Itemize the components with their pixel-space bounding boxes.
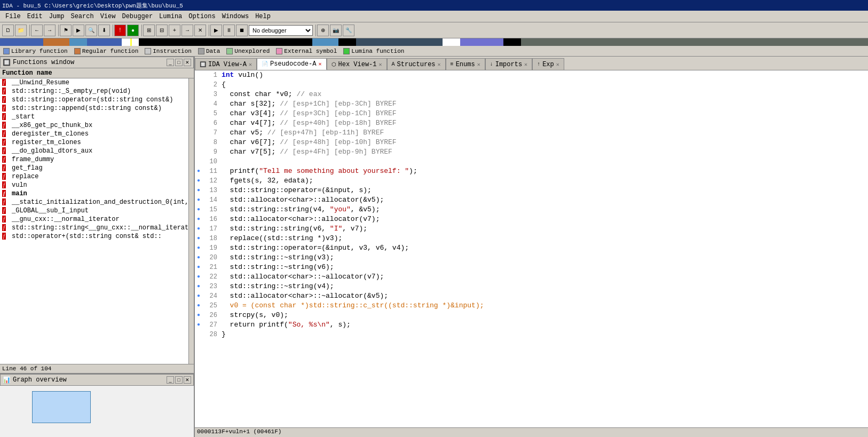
function-item[interactable]: f__Unwind_Resume [0, 78, 188, 87]
tool1[interactable]: ⚑ [60, 25, 72, 36]
tab-pseudocode-close[interactable]: ✕ [318, 61, 321, 67]
func-icon: f [2, 233, 10, 240]
line-bullet: ● [197, 282, 204, 291]
line-bullet: ● [197, 272, 204, 282]
tab-hex-view-close[interactable]: ✕ [379, 61, 382, 68]
debugger-select[interactable]: No debugger [249, 25, 313, 36]
code-editor[interactable]: 1int vuln()2{3 const char *v0; // eax4 c… [195, 70, 868, 427]
tool7[interactable]: ⊞ [143, 25, 155, 36]
graph-canvas[interactable] [0, 386, 194, 437]
function-item[interactable]: f__do_global_dtors_aux [0, 147, 188, 155]
line-bullet: ● [197, 263, 204, 272]
func-icon: f [2, 208, 10, 214]
function-item[interactable]: f__x86_get_pc_thunk_bx [0, 121, 188, 130]
menu-item-help[interactable]: Help [252, 12, 274, 21]
menu-item-file[interactable]: File [2, 12, 24, 21]
tab-pseudocode[interactable]: 📄 Pseudocode-A ✕ [257, 58, 326, 70]
func-window-minimize[interactable]: _ [167, 59, 174, 66]
tab-imports[interactable]: ↓ Imports ✕ [485, 58, 532, 70]
tool4[interactable]: ⬇ [98, 25, 110, 36]
function-item[interactable]: f_GLOBAL__sub_I_input [0, 206, 188, 215]
menu-item-jump[interactable]: Jump [46, 12, 68, 21]
function-item[interactable]: f__static_initialization_and_destruction… [0, 198, 188, 206]
func-name: std::string::append(std::string const&) [12, 105, 162, 112]
tool2[interactable]: ▶ [73, 25, 84, 36]
title-text: IDA - buu_5 C:\Users\greic\Desktop\pwn题集… [2, 2, 183, 10]
function-item[interactable]: fmain [0, 189, 188, 198]
menu-item-options[interactable]: Options [185, 12, 218, 21]
function-item[interactable]: fframe_dummy [0, 155, 188, 164]
new-button[interactable]: 🗋 [2, 25, 14, 36]
menu-item-lumina[interactable]: Lumina [156, 12, 185, 21]
menu-item-search[interactable]: Search [67, 12, 97, 21]
tab-imports-close[interactable]: ✕ [524, 61, 527, 68]
function-item[interactable]: f_start [0, 113, 188, 121]
graph-restore[interactable]: □ [175, 376, 183, 384]
tab-structures[interactable]: A Structures ✕ [387, 58, 446, 70]
stop-button[interactable]: ⏹ [236, 25, 248, 36]
legend-library-label: Library function [11, 48, 68, 54]
graph-close[interactable]: ✕ [184, 376, 191, 384]
function-item[interactable]: fget_flag [0, 164, 188, 172]
tab-ida-view[interactable]: 🔲 IDA View-A ✕ [195, 58, 257, 70]
function-item[interactable]: freplace [0, 172, 188, 181]
fwd-button[interactable]: → [44, 25, 56, 36]
function-item[interactable]: fstd::string::_S_empty_rep(void) [0, 87, 188, 96]
extra-btn[interactable]: 🔧 [343, 25, 354, 36]
tool11[interactable]: ✕ [194, 25, 206, 36]
menu-item-windows[interactable]: Windows [219, 12, 252, 21]
func-icon: f [2, 199, 10, 205]
tool8[interactable]: ⊟ [156, 25, 168, 36]
tool5[interactable]: ! [114, 25, 126, 36]
tab-exports[interactable]: ↑ Exp ✕ [532, 58, 564, 70]
function-item[interactable]: fregister_tm_clones [0, 138, 188, 147]
menu-item-debugger[interactable]: Debugger [119, 12, 156, 21]
func-icon: f [2, 88, 10, 94]
function-item[interactable]: fstd::operator+(std::string const& std:: [0, 232, 188, 241]
functions-scrollbar[interactable] [188, 78, 194, 364]
line-number: 17 [204, 224, 222, 234]
open-button[interactable]: 📁 [15, 25, 27, 36]
snap-btn[interactable]: 📷 [330, 25, 342, 36]
tab-exports-close[interactable]: ✕ [556, 61, 559, 68]
menu-item-view[interactable]: View [97, 12, 119, 21]
line-content: char v3[4]; // [esp+3Ch] [ebp-1Ch] BYREF [222, 109, 868, 118]
function-item[interactable]: fstd::string::operator=(std::string cons… [0, 96, 188, 104]
tab-enums[interactable]: ≡ Enums ✕ [446, 58, 485, 70]
tool3[interactable]: 🔍 [85, 25, 97, 36]
func-name: get_flag [12, 164, 43, 172]
pause-button[interactable]: ⏸ [223, 25, 235, 36]
tab-hex-view[interactable]: ⬡ Hex View-1 ✕ [327, 58, 387, 70]
function-item[interactable]: fstd::string::append(std::string const&) [0, 104, 188, 113]
function-item[interactable]: fderegister_tm_clones [0, 130, 188, 138]
function-item[interactable]: f__gnu_cxx::__normal_iterator [0, 215, 188, 224]
line-content: std::string::string(v6, "I", v7); [222, 224, 868, 234]
play-button[interactable]: ▶ [210, 25, 222, 36]
line-content: std::string::~string(v3); [222, 253, 868, 263]
func-icon: f [2, 190, 10, 197]
tab-enums-label: Enums [456, 61, 475, 68]
function-item[interactable]: fstd::string::string<__gnu_cxx::__normal… [0, 224, 188, 232]
func-window-close[interactable]: ✕ [184, 59, 191, 66]
legend-unexplored-color [226, 48, 233, 54]
tab-pseudocode-label: Pseudocode-A [270, 60, 316, 68]
tool9[interactable]: + [169, 25, 180, 36]
back-button[interactable]: ← [31, 25, 43, 36]
tab-ida-view-close[interactable]: ✕ [249, 61, 252, 68]
code-line: 1int vuln() [195, 70, 868, 80]
graph-window-controls: _ □ ✕ [167, 376, 191, 384]
tool6[interactable]: ● [127, 25, 139, 36]
tab-enums-close[interactable]: ✕ [477, 61, 480, 68]
line-content: return printf("So, %s\n", s); [222, 320, 868, 330]
tool10[interactable]: → [182, 25, 193, 36]
function-item[interactable]: fvuln [0, 181, 188, 189]
code-line: 28} [195, 330, 868, 339]
func-window-restore[interactable]: □ [175, 59, 183, 66]
left-panel: 🔲 Functions window _ □ ✕ Function name f… [0, 57, 195, 437]
tab-structures-close[interactable]: ✕ [438, 61, 441, 68]
functions-list[interactable]: f__Unwind_Resumefstd::string::_S_empty_r… [0, 78, 188, 364]
more-btn[interactable]: ⊕ [317, 25, 329, 36]
func-icon: f [2, 225, 10, 231]
graph-minimize[interactable]: _ [167, 376, 174, 384]
menu-item-edit[interactable]: Edit [24, 12, 46, 21]
